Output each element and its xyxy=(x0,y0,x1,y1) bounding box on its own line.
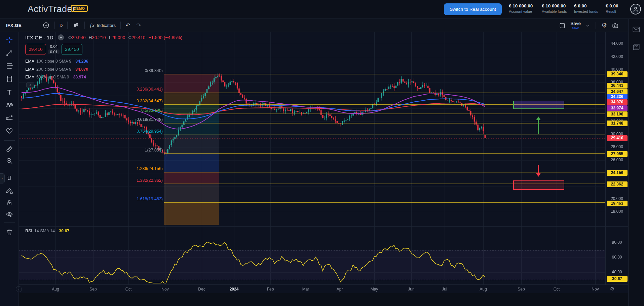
collapse-indicators-button[interactable]: ∧ xyxy=(26,82,34,88)
rsi-legend-row[interactable]: RSI 14 SMA 14 30.67 xyxy=(25,229,69,233)
crosshair-tool-button[interactable] xyxy=(4,34,15,45)
price-badge-33.198: 33.198 xyxy=(607,111,628,117)
fib-retracement-tool-button[interactable] xyxy=(4,60,15,72)
fx-icon: ƒx xyxy=(89,23,94,28)
spread-readout: 0.04 0.01 xyxy=(46,44,62,55)
price-tick-label: 18.000 xyxy=(606,209,628,214)
time-tick-Sep: Sep xyxy=(518,287,525,292)
envelope-icon xyxy=(632,25,641,34)
tools-divider xyxy=(4,140,15,141)
rsi-tick-label: 40.00 xyxy=(606,270,628,274)
fib-level-label-0.382[interactable]: 0.382(34.647) xyxy=(19,99,163,103)
price-badge-36.441: 36.441 xyxy=(607,83,628,89)
remove-drawings-button[interactable] xyxy=(4,227,15,238)
news-button[interactable] xyxy=(632,42,641,51)
ema200-legend-row[interactable]: EMA 200 close 0 SMA 9 34.070 xyxy=(25,67,88,72)
toolbar-divider xyxy=(84,22,85,29)
price-badge-30.67: 30.67 xyxy=(607,276,628,282)
eye-icon xyxy=(5,210,13,218)
demo-badge: DEMO xyxy=(71,5,88,12)
time-tick-Nov: Nov xyxy=(161,287,168,292)
magnifier-plus-icon xyxy=(5,157,13,165)
buy-price-button[interactable]: 29.450 xyxy=(62,44,82,55)
xabcd-pattern-icon xyxy=(5,101,13,109)
fib-level-label-1[interactable]: 1(27.055) xyxy=(19,148,163,152)
symbol-button[interactable]: IFX.GE xyxy=(6,23,22,28)
right-sidebar xyxy=(628,19,644,306)
snapshot-camera-icon[interactable] xyxy=(612,22,619,29)
ema100-legend-row[interactable]: EMA 100 close 0 SMA 9 34.236 xyxy=(25,59,88,64)
toolbar-divider xyxy=(596,22,596,29)
time-tick-Aug: Aug xyxy=(480,287,487,292)
patterns-tool-button[interactable] xyxy=(4,99,15,111)
compare-add-symbol-button[interactable] xyxy=(42,22,50,29)
chart-area: IFX.GE · 1D − O29.940 H30.210 L29.090 C2… xyxy=(19,32,628,293)
undo-button[interactable]: ↶ xyxy=(125,22,130,29)
expand-tools-tab[interactable]: › xyxy=(0,173,5,183)
user-avatar[interactable] xyxy=(630,4,641,14)
rsi-tick-label: 80.00 xyxy=(606,240,628,245)
fib-level-label-0.764[interactable]: 0.764(29.954) xyxy=(19,129,163,134)
tools-divider xyxy=(4,170,15,170)
fib-level-label-1.236[interactable]: 1.236(24.156) xyxy=(19,166,163,171)
chart-toolbar: IFX.GE D ƒx Indicators ↶ ↷ xyxy=(0,19,628,32)
magnet-icon xyxy=(5,174,13,182)
fib-level-label-0.5[interactable]: 0.5(33.198) xyxy=(19,108,163,113)
chart-settings-gear-icon[interactable]: ⚙ xyxy=(601,22,607,29)
magnet-mode-button[interactable] xyxy=(4,173,15,184)
shapes-tool-button[interactable] xyxy=(4,73,15,85)
tools-divider xyxy=(4,223,15,223)
sell-price-button[interactable]: 29.410 xyxy=(25,44,46,55)
axis-collapse-icon[interactable]: ‹ xyxy=(16,286,22,292)
time-axis[interactable]: ‹ ⚙ AugSepOctNovDec2024FebMarAprMayJunJu… xyxy=(19,284,628,293)
chevron-down-icon[interactable] xyxy=(585,23,590,28)
time-tick-Sep: Sep xyxy=(89,287,97,292)
price-badge-24.156: 24.156 xyxy=(607,170,628,176)
news-icon xyxy=(632,42,641,51)
messages-button[interactable] xyxy=(632,25,641,34)
layout-select-button[interactable] xyxy=(559,22,566,29)
time-tick-Jul: Jul xyxy=(442,287,447,292)
fib-level-label-1.382[interactable]: 1.382(22.362) xyxy=(19,178,163,183)
price-badge-22.362: 22.362 xyxy=(607,181,628,187)
switch-to-real-account-button[interactable]: Switch to Real account xyxy=(444,3,502,15)
indicators-button[interactable]: ƒx Indicators xyxy=(89,23,116,28)
fib-level-label-0.618[interactable]: 0.618(31.748) xyxy=(19,117,163,122)
fib-level-label-0.236[interactable]: 0.236(36.441) xyxy=(19,87,163,92)
ema50-legend-row[interactable]: EMA 50 close 0 SMA 9 33.974 xyxy=(25,75,86,79)
text-icon xyxy=(5,88,13,96)
time-tick-Oct: Oct xyxy=(554,287,560,292)
icons-emoji-tool-button[interactable] xyxy=(4,125,15,136)
price-axis[interactable]: 44.00042.00040.00038.00036.00034.00032.0… xyxy=(605,32,628,284)
fib-level-label-1.618[interactable]: 1.618(19.463) xyxy=(19,197,163,201)
chart-symbol-title[interactable]: IFX.GE · 1D xyxy=(25,35,53,40)
price-tick-label: 42.000 xyxy=(606,54,628,59)
person-icon xyxy=(632,6,639,12)
quick-trade-widget: 29.410 0.04 0.01 29.450 xyxy=(25,44,82,55)
lock-drawings-button[interactable] xyxy=(4,197,15,208)
toolbar-divider xyxy=(120,22,121,29)
pencil-lock-icon xyxy=(5,186,13,195)
text-tool-button[interactable] xyxy=(4,87,15,98)
forecast-tool-button[interactable] xyxy=(4,112,15,124)
drawing-mode-lock-button[interactable] xyxy=(4,185,15,196)
hide-drawings-button[interactable] xyxy=(4,209,15,220)
time-tick-Aug: Aug xyxy=(52,287,59,292)
trend-line-tool-button[interactable] xyxy=(4,47,15,59)
price-badge-29.410: 29.410 xyxy=(607,135,628,141)
trash-icon xyxy=(5,228,13,236)
fib-lines-icon xyxy=(5,62,13,70)
time-axis-settings-gear-icon[interactable]: ⚙ xyxy=(610,286,614,292)
zoom-in-tool-button[interactable] xyxy=(4,155,15,167)
ohlc-readout: O29.940 H30.210 L29.090 C29.410 −1.500 (… xyxy=(68,35,182,40)
measure-tool-button[interactable] xyxy=(4,143,15,155)
redo-button[interactable]: ↷ xyxy=(136,22,141,29)
trend-line-icon xyxy=(5,49,13,57)
save-layout-button[interactable]: Save Save xyxy=(570,21,581,30)
chart-style-button[interactable] xyxy=(72,22,80,29)
collapse-legend-button[interactable]: − xyxy=(58,34,64,40)
drawing-tools-sidebar: › xyxy=(0,32,19,306)
price-badge-31.748: 31.748 xyxy=(607,121,628,126)
interval-button[interactable]: D xyxy=(60,23,63,28)
rectangle-shape-icon xyxy=(5,75,13,83)
